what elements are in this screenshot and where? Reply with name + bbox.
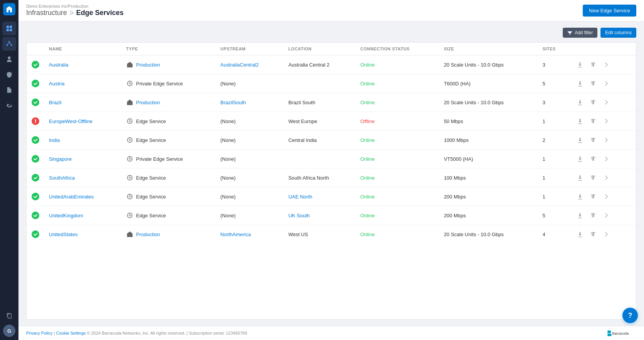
name-link[interactable]: UnitedStates (49, 232, 77, 237)
svg-rect-3 (10, 29, 12, 31)
download-button[interactable] (575, 191, 585, 202)
navigate-button[interactable] (601, 210, 612, 221)
upstream-link[interactable]: NorthAmerica (220, 232, 251, 237)
location-cell: West US (284, 225, 356, 244)
type-production-link[interactable]: Production (136, 62, 160, 68)
delete-button[interactable] (588, 172, 599, 183)
download-button[interactable] (575, 135, 585, 145)
help-button[interactable]: ? (622, 308, 638, 323)
name-cell[interactable]: Austria (44, 74, 121, 93)
actions-cell (570, 150, 636, 168)
type-cell: Private Edge Service (121, 74, 216, 93)
delete-button[interactable] (588, 135, 599, 145)
navigate-button[interactable] (601, 116, 612, 127)
name-link[interactable]: EuropeWest-Offline (49, 118, 92, 124)
name-cell[interactable]: Singapore (44, 150, 121, 168)
download-button[interactable] (575, 97, 585, 108)
delete-button[interactable] (588, 59, 599, 70)
navigate-button[interactable] (601, 59, 612, 70)
navigate-button[interactable] (601, 172, 612, 183)
edit-columns-button[interactable]: Edit columns (600, 28, 636, 38)
type-production-link[interactable]: Production (136, 100, 160, 105)
name-cell[interactable]: UnitedArabEmirates (44, 187, 121, 206)
add-filter-button[interactable]: Add filter (563, 28, 597, 38)
size-cell: 50 Mbps (439, 112, 538, 131)
download-button[interactable] (575, 153, 585, 164)
delete-button[interactable] (588, 116, 599, 127)
type-label: Edge Service (136, 175, 166, 181)
download-button[interactable] (575, 229, 585, 240)
sidebar-item-infrastructure[interactable] (2, 37, 16, 51)
type-label: Edge Service (136, 194, 166, 200)
size-label: 100 Mbps (444, 175, 466, 181)
name-link[interactable]: SouthAfrica (49, 175, 75, 181)
name-link[interactable]: UnitedKingdom (49, 213, 83, 218)
delete-button[interactable] (588, 97, 599, 108)
svg-rect-1 (10, 26, 12, 28)
name-link[interactable]: India (49, 137, 60, 143)
delete-button[interactable] (588, 191, 599, 202)
status-cell (27, 131, 44, 150)
sites-count: 5 (542, 213, 545, 218)
name-cell[interactable]: UnitedStates (44, 225, 121, 244)
sidebar-item-security[interactable] (2, 68, 16, 82)
sidebar-item-documents[interactable] (2, 83, 16, 97)
name-cell[interactable]: EuropeWest-Offline (44, 112, 121, 131)
upstream-cell[interactable]: NorthAmerica (216, 225, 284, 244)
name-link[interactable]: Brazil (49, 100, 62, 105)
download-button[interactable] (575, 116, 585, 127)
name-link[interactable]: Australia (49, 62, 69, 68)
type-production-link[interactable]: Production (136, 232, 160, 237)
upstream-cell[interactable]: AustraliaCentral2 (216, 55, 284, 74)
name-cell[interactable]: UnitedKingdom (44, 206, 121, 225)
delete-button[interactable] (588, 229, 599, 240)
sidebar-item-users[interactable] (2, 52, 16, 66)
sites-cell: 3 (538, 55, 570, 74)
copy-icon[interactable] (3, 309, 15, 322)
sidebar-item-settings[interactable] (2, 98, 16, 112)
upstream-link[interactable]: BrazilSouth (220, 100, 246, 105)
name-cell[interactable]: India (44, 131, 121, 150)
cookie-settings-link[interactable]: Cookie Settings (56, 331, 86, 335)
navigate-button[interactable] (601, 229, 612, 240)
edge-service-icon (126, 136, 134, 144)
name-link[interactable]: Singapore (49, 156, 72, 162)
name-cell[interactable]: Australia (44, 55, 121, 74)
app-logo[interactable] (3, 3, 15, 15)
name-link[interactable]: Austria (49, 81, 64, 87)
table-row: UnitedStates Production NorthAmericaWest… (27, 225, 636, 244)
navigate-button[interactable] (601, 191, 612, 202)
delete-button[interactable] (588, 78, 599, 89)
navigate-button[interactable] (601, 135, 612, 145)
sidebar-item-dashboard[interactable] (2, 22, 16, 35)
delete-button[interactable] (588, 210, 599, 221)
table: NAME TYPE UPSTREAM LOCATION CONNECTION S… (27, 43, 636, 243)
download-button[interactable] (575, 172, 585, 183)
name-link[interactable]: UnitedArabEmirates (49, 194, 94, 200)
navigate-button[interactable] (601, 153, 612, 164)
sites-count: 4 (542, 232, 545, 237)
upstream-link[interactable]: AustraliaCentral2 (220, 62, 259, 68)
sites-count: 3 (542, 62, 545, 68)
privacy-policy-link[interactable]: Privacy Policy (26, 331, 52, 335)
download-button[interactable] (575, 59, 585, 70)
download-button[interactable] (575, 210, 585, 221)
size-label: 20 Scale Units - 10.0 Gbps (444, 100, 503, 105)
actions-group (575, 153, 631, 164)
user-avatar[interactable]: G (3, 325, 15, 337)
upstream-cell[interactable]: BrazilSouth (216, 93, 284, 112)
new-edge-service-button[interactable]: New Edge Service (583, 5, 636, 17)
status-online-icon (31, 60, 40, 69)
connection-status-cell: Online (356, 168, 439, 187)
name-cell[interactable]: SouthAfrica (44, 168, 121, 187)
status-cell (27, 206, 44, 225)
delete-button[interactable] (588, 153, 599, 164)
size-label: 200 Mbps (444, 194, 466, 200)
svg-point-14 (32, 98, 39, 106)
location-link[interactable]: UK South (288, 213, 310, 218)
navigate-button[interactable] (601, 97, 612, 108)
name-cell[interactable]: Brazil (44, 93, 121, 112)
navigate-button[interactable] (601, 78, 612, 89)
location-link[interactable]: UAE North (288, 194, 312, 200)
download-button[interactable] (575, 78, 585, 89)
